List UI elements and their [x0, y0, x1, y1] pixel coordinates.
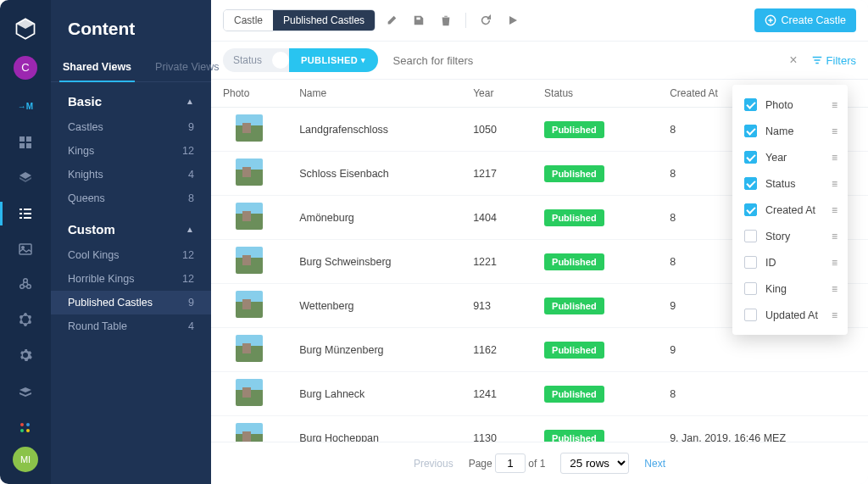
sidebar-item[interactable]: Cool Kings12: [51, 243, 211, 267]
status-filter[interactable]: Status PUBLISHED▾: [223, 48, 378, 72]
create-castle-button[interactable]: Create Castle: [754, 8, 856, 32]
svg-rect-8: [19, 209, 22, 210]
checkbox[interactable]: [744, 125, 757, 137]
col-status[interactable]: Status: [532, 80, 658, 108]
col-photo[interactable]: Photo: [211, 80, 287, 108]
sidebar-item[interactable]: Castles9: [51, 115, 211, 139]
sidebar-item[interactable]: Kings12: [51, 139, 211, 163]
cell-name: Schloss Eisenbach: [287, 152, 461, 196]
drag-handle-icon[interactable]: ≡: [832, 309, 836, 321]
pager-rows-select[interactable]: 25 rows: [560, 453, 629, 474]
column-label: Photo: [765, 99, 823, 111]
save-icon[interactable]: [411, 13, 426, 28]
column-label: Updated At: [765, 309, 823, 321]
refresh-icon[interactable]: [478, 13, 493, 28]
content-list-icon[interactable]: [0, 197, 51, 231]
tab-private-views[interactable]: Private Views: [143, 53, 231, 81]
user-avatar[interactable]: MI: [13, 447, 38, 472]
checkbox[interactable]: [744, 309, 757, 321]
dashboard-icon[interactable]: [0, 125, 51, 159]
drag-handle-icon[interactable]: ≡: [832, 125, 836, 137]
column-toggle-row[interactable]: Story ≡: [732, 223, 848, 249]
column-toggle-row[interactable]: Photo ≡: [732, 92, 848, 118]
migrate-icon[interactable]: →M: [0, 90, 51, 124]
column-label: ID: [765, 257, 823, 269]
column-toggle-row[interactable]: King ≡: [732, 275, 848, 302]
column-toggle-row[interactable]: Year ≡: [732, 144, 848, 170]
pager-page-input[interactable]: [495, 453, 526, 473]
drag-handle-icon[interactable]: ≡: [832, 257, 836, 269]
drag-handle-icon[interactable]: ≡: [832, 152, 836, 164]
cell-year: 1050: [461, 108, 532, 152]
sidebar-item[interactable]: Horrible Kings12: [51, 267, 211, 291]
app-logo[interactable]: [12, 15, 39, 42]
svg-rect-3: [26, 136, 31, 142]
checkbox[interactable]: [744, 256, 757, 269]
pager-next[interactable]: Next: [644, 458, 665, 470]
sidebar-tabs: Shared Views Private Views: [51, 53, 211, 82]
drag-handle-icon[interactable]: ≡: [832, 204, 836, 216]
breadcrumb-root[interactable]: Castle: [224, 10, 273, 31]
docs-icon[interactable]: [0, 376, 51, 409]
checkbox[interactable]: [744, 230, 757, 242]
status-badge: Published: [544, 165, 604, 182]
breadcrumb-current[interactable]: Published Castles: [273, 10, 375, 31]
delete-icon[interactable]: [438, 13, 453, 28]
svg-point-24: [20, 321, 22, 323]
webhooks-icon[interactable]: [0, 267, 51, 301]
section-header[interactable]: Basic▲: [51, 82, 211, 115]
settings-icon[interactable]: [0, 338, 51, 372]
col-year[interactable]: Year: [461, 80, 532, 108]
pager-prev[interactable]: Previous: [414, 458, 453, 470]
checkbox[interactable]: [744, 203, 757, 216]
svg-point-28: [20, 429, 24, 432]
status-badge: Published: [544, 298, 604, 314]
svg-point-21: [29, 316, 31, 318]
column-toggle-row[interactable]: Created At ≡: [732, 197, 848, 223]
cell-year: 1162: [461, 328, 532, 372]
svg-point-23: [25, 324, 26, 325]
workspace-avatar[interactable]: C: [14, 56, 37, 80]
column-toggle-row[interactable]: Name ≡: [732, 118, 848, 144]
edit-icon[interactable]: [384, 13, 399, 28]
create-button-label: Create Castle: [782, 14, 846, 26]
section-header[interactable]: Custom▲: [51, 210, 211, 243]
cell-name: Burg Schweinsberg: [287, 240, 461, 284]
column-label: Story: [765, 231, 823, 242]
clear-filters-icon[interactable]: ×: [784, 53, 802, 68]
sidebar-item[interactable]: Knights4: [51, 163, 211, 186]
checkbox[interactable]: [744, 151, 757, 164]
sidebar-item[interactable]: Queens8: [51, 186, 211, 210]
cell-name: Burg Hocheppan: [287, 416, 461, 442]
column-toggle-row[interactable]: Updated At ≡: [732, 302, 848, 328]
play-icon[interactable]: [505, 13, 520, 28]
drag-handle-icon[interactable]: ≡: [832, 231, 836, 242]
cell-created: 9. Jan. 2019, 16:46 MEZ: [658, 416, 868, 442]
stack-icon[interactable]: [0, 161, 51, 195]
checkbox[interactable]: [744, 177, 757, 190]
page-title: Content: [51, 0, 211, 53]
media-icon[interactable]: [0, 232, 51, 266]
search-input[interactable]: [387, 49, 776, 72]
col-name[interactable]: Name: [287, 80, 461, 108]
schema-icon[interactable]: [0, 303, 51, 337]
drag-handle-icon[interactable]: ≡: [832, 283, 836, 295]
column-toggle-row[interactable]: ID ≡: [732, 249, 848, 275]
svg-rect-12: [19, 217, 22, 219]
column-toggle-row[interactable]: Status ≡: [732, 170, 848, 197]
table-row[interactable]: Burg Hocheppan 1130 Published 9. Jan. 20…: [211, 416, 868, 442]
svg-rect-11: [24, 213, 31, 214]
drag-handle-icon[interactable]: ≡: [832, 178, 836, 190]
apps-icon[interactable]: [0, 411, 51, 445]
checkbox[interactable]: [744, 98, 757, 111]
tab-shared-views[interactable]: Shared Views: [51, 53, 143, 81]
sidebar: Content Shared Views Private Views Basic…: [51, 0, 211, 484]
checkbox[interactable]: [744, 282, 757, 295]
svg-point-26: [20, 423, 24, 426]
drag-handle-icon[interactable]: ≡: [832, 99, 836, 111]
table-row[interactable]: Burg Lahneck 1241 Published 8: [211, 372, 868, 416]
sidebar-item[interactable]: Published Castles9: [51, 291, 211, 314]
sidebar-item[interactable]: Round Table4: [51, 314, 211, 338]
filters-toggle[interactable]: Filters: [811, 54, 856, 67]
svg-marker-30: [509, 16, 517, 25]
